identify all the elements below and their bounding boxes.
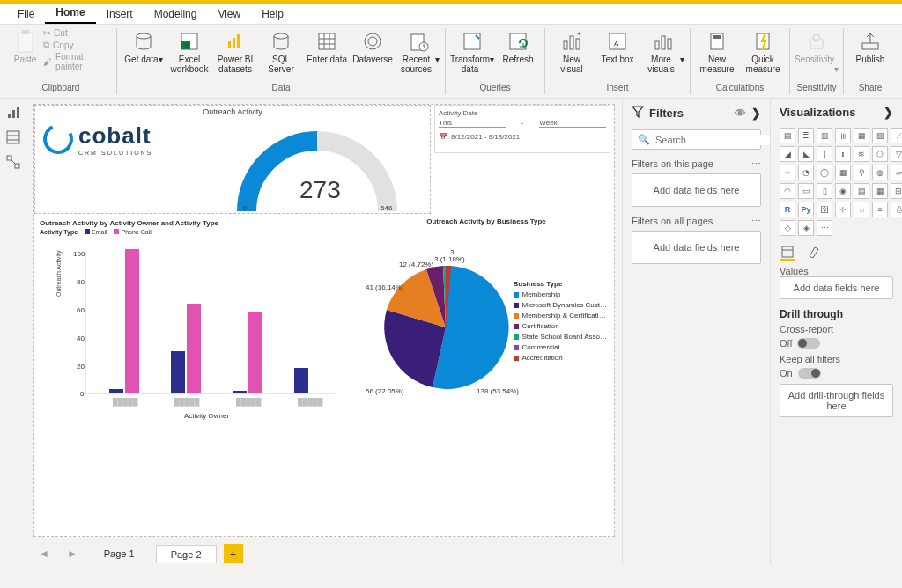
recent-sources-button[interactable]: Recent sources ▾ <box>397 28 440 76</box>
viz-pie[interactable]: ◔ <box>798 165 814 180</box>
eye-icon[interactable]: 👁 <box>735 107 746 120</box>
viz-key-influencers[interactable]: ⚿ <box>817 202 832 217</box>
next-page-arrow[interactable]: ► <box>62 548 83 560</box>
filter-search-input[interactable] <box>655 135 777 145</box>
sql-server-button[interactable]: SQL Server <box>260 28 302 76</box>
viz-shape-map[interactable]: ▱ <box>891 165 902 180</box>
viz-clustered-bar[interactable]: ≣ <box>798 128 814 143</box>
viz-card[interactable]: ▭ <box>798 183 814 199</box>
dataverse-button[interactable]: Dataverse <box>351 28 394 76</box>
copy-button[interactable]: ⧉Copy <box>43 40 111 50</box>
date-field1[interactable]: This <box>439 119 506 128</box>
viz-stacked-bar[interactable]: ▤ <box>780 128 795 143</box>
gauge-visual[interactable]: Outreach Activity 273 0 546 <box>34 105 431 214</box>
menu-modeling[interactable]: Modeling <box>144 4 208 24</box>
viz-smart-narrative[interactable]: ≡ <box>872 202 888 217</box>
sensitivity-button[interactable]: Sensitivity▾ <box>795 28 838 76</box>
pbi-datasets-button[interactable]: Power BI datasets <box>214 28 256 76</box>
viz-ribbon[interactable]: ≋ <box>854 146 869 162</box>
viz-line-col2[interactable]: ⫾ <box>835 146 851 162</box>
viz-stacked-col[interactable]: ▥ <box>817 128 832 143</box>
menu-insert[interactable]: Insert <box>96 4 144 24</box>
viz-line-col[interactable]: ⫿ <box>817 146 832 162</box>
viz-100-bar[interactable]: ▦ <box>854 128 869 143</box>
viz-kpi[interactable]: ◉ <box>835 183 851 199</box>
paste-button[interactable]: Paste <box>11 28 40 76</box>
viz-more[interactable]: ⋯ <box>817 220 832 236</box>
enter-data-button[interactable]: Enter data <box>306 28 348 76</box>
svg-rect-39 <box>7 131 19 143</box>
viz-qna[interactable]: ⌕ <box>854 202 869 217</box>
viz-100-col[interactable]: ▧ <box>872 128 888 143</box>
more-visuals-icon <box>650 28 676 55</box>
model-view-icon[interactable] <box>6 155 20 171</box>
publish-button[interactable]: Publish <box>849 28 891 76</box>
viz-waterfall[interactable]: ⬡ <box>872 146 888 162</box>
viz-clustered-col[interactable]: ⫼ <box>835 128 851 143</box>
viz-slicer[interactable]: ▤ <box>854 183 869 199</box>
report-view-icon[interactable] <box>6 106 20 121</box>
add-page-button[interactable]: + <box>224 544 243 563</box>
viz-map[interactable]: ⚲ <box>854 165 869 180</box>
pie-chart-visual[interactable]: Outreach Activity by Business Type 138 (… <box>362 217 610 437</box>
viz-gauge[interactable]: ◠ <box>780 183 795 199</box>
viz-area[interactable]: ◢ <box>780 146 795 162</box>
cut-button[interactable]: ✂Cut <box>43 28 111 38</box>
new-measure-button[interactable]: New measure <box>696 28 738 76</box>
viz-filled-map[interactable]: ◍ <box>872 165 888 180</box>
quick-measure-button[interactable]: Quick measure <box>742 28 784 76</box>
viz-stacked-area[interactable]: ◣ <box>798 146 814 162</box>
menu-help[interactable]: Help <box>251 4 294 24</box>
drillthrough-drop[interactable]: Add drill-through fields here <box>780 384 893 417</box>
page-tab-2[interactable]: Page 2 <box>156 545 217 563</box>
page-tab-1[interactable]: Page 1 <box>90 545 149 562</box>
more-visuals-button[interactable]: More visuals ▾ <box>642 28 684 76</box>
format-tab[interactable] <box>806 245 822 261</box>
viz-table[interactable]: ▦ <box>872 183 888 199</box>
view-toolstrip <box>0 99 26 565</box>
report-canvas[interactable]: Outreach Activity 273 0 546 cobalt CRM S… <box>33 104 615 537</box>
prev-page-arrow[interactable]: ◄ <box>33 548 55 560</box>
viz-matrix[interactable]: ⊞ <box>891 183 902 199</box>
viz-r[interactable]: R <box>780 202 795 217</box>
viz-treemap[interactable]: ▦ <box>835 165 851 180</box>
bar-chart-title: Outreach Activity by Activity Owner and … <box>34 217 360 229</box>
viz-python[interactable]: Py <box>798 202 814 217</box>
menu-view[interactable]: View <box>207 4 251 24</box>
menu-file[interactable]: File <box>7 4 45 24</box>
more-icon[interactable]: ⋯ <box>751 216 761 227</box>
viz-decomp[interactable]: ⊹ <box>835 202 851 217</box>
data-view-icon[interactable] <box>6 130 20 146</box>
date-slicer[interactable]: Activity Date This - Week 📅8/12/2021 - 8… <box>434 105 610 153</box>
filter-search[interactable]: 🔍 <box>632 129 761 150</box>
viz-arcgis[interactable]: ◇ <box>780 220 795 236</box>
viz-multi-card[interactable]: ▯ <box>817 183 832 199</box>
refresh-button[interactable]: Refresh <box>497 28 539 76</box>
viz-scatter[interactable]: ⁘ <box>780 165 795 180</box>
text-box-button[interactable]: AText box <box>596 28 639 76</box>
viz-donut[interactable]: ◯ <box>817 165 832 180</box>
get-data-button[interactable]: Get data ▾ <box>122 28 165 76</box>
excel-button[interactable]: XExcel workbook <box>168 28 211 76</box>
values-drop[interactable]: Add data fields here <box>780 276 893 299</box>
date-field2[interactable]: Week <box>539 119 606 128</box>
transform-data-button[interactable]: Transform data ▾ <box>451 28 493 76</box>
keep-filters-toggle[interactable] <box>798 368 821 379</box>
all-filter-drop[interactable]: Add data fields here <box>632 231 761 264</box>
fields-tab[interactable] <box>780 245 795 261</box>
collapse-filters-icon[interactable]: ❯ <box>751 107 761 120</box>
format-painter-button[interactable]: 🖌Format painter <box>43 52 111 71</box>
bar-chart-visual[interactable]: Outreach Activity by Activity Owner and … <box>34 217 360 437</box>
visualizations-pane: Visualizations ❯ ▤≣▥⫼▦▧⟋ ◢◣⫿⫾≋⬡▽ ⁘◔◯▦⚲◍▱… <box>770 99 902 565</box>
viz-powerapps[interactable]: ◈ <box>798 220 814 236</box>
collapse-viz-icon[interactable]: ❯ <box>884 106 893 119</box>
menu-home[interactable]: Home <box>45 3 95 24</box>
new-visual-button[interactable]: +New visual <box>551 28 593 76</box>
more-icon[interactable]: ⋯ <box>751 158 761 170</box>
viz-paginated[interactable]: ⎙ <box>891 202 902 217</box>
viz-funnel[interactable]: ▽ <box>891 146 902 162</box>
page-filter-drop[interactable]: Add data fields here <box>632 173 761 207</box>
viz-line[interactable]: ⟋ <box>891 128 902 143</box>
cross-report-toggle[interactable] <box>797 338 820 349</box>
page-tab-strip: ◄ ► Page 1 Page 2 + <box>26 542 622 565</box>
